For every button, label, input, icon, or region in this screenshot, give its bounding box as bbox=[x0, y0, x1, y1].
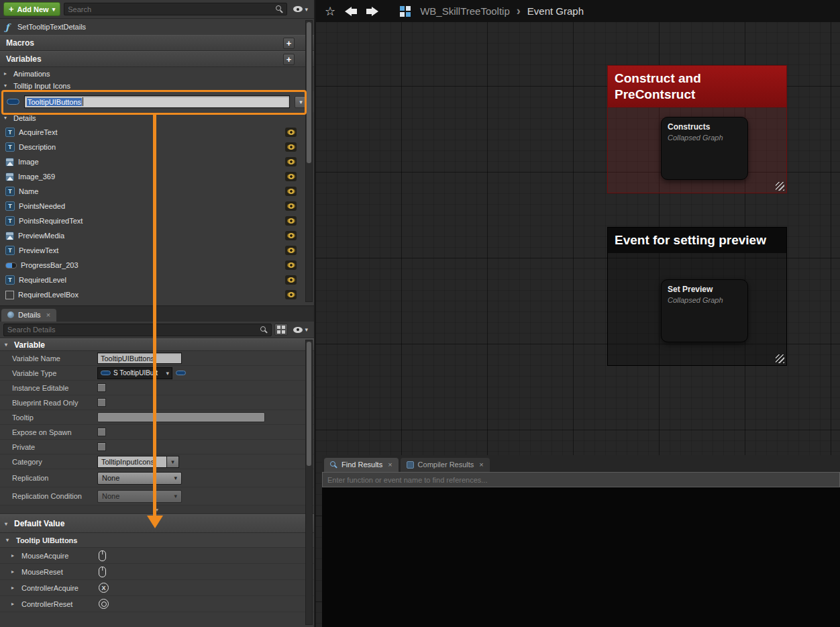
variable-row-description[interactable]: T Description bbox=[0, 140, 314, 154]
variable-row-pointsrequiredtext[interactable]: T PointsRequiredText bbox=[0, 213, 314, 228]
add-macro-button[interactable]: + bbox=[283, 38, 295, 49]
variable-name-field[interactable] bbox=[97, 352, 182, 364]
visibility-eye-icon[interactable] bbox=[285, 290, 297, 299]
replication-condition-value: None bbox=[102, 492, 119, 500]
comment-construct[interactable]: Construct and PreContsruct Constructs Co… bbox=[607, 65, 787, 193]
variable-row-name[interactable]: T Name bbox=[0, 184, 314, 199]
variable-rename-input[interactable]: TooltipUIButtons bbox=[24, 95, 290, 108]
add-new-button[interactable]: + Add New ▾ bbox=[3, 2, 60, 16]
visibility-eye-icon[interactable] bbox=[285, 246, 297, 255]
visibility-filter-button[interactable]: ▾ bbox=[291, 5, 311, 14]
tab-details[interactable]: Details × bbox=[1, 309, 56, 322]
expander-collapsed-icon[interactable]: ▸ bbox=[11, 601, 17, 607]
animations-category[interactable]: ▸ Animations bbox=[0, 67, 314, 80]
visibility-eye-icon[interactable] bbox=[285, 172, 297, 181]
scrollbar-thumb[interactable] bbox=[307, 22, 311, 163]
tab-compiler-results[interactable]: Compiler Results × bbox=[401, 458, 490, 472]
variable-row-acquiretext[interactable]: T AcquireText bbox=[0, 125, 314, 140]
default-row-controllerreset[interactable]: ▸ ControllerReset bbox=[0, 596, 314, 612]
expander-expanded-icon[interactable]: ▾ bbox=[5, 342, 11, 348]
variable-row-previewtext[interactable]: T PreviewText bbox=[0, 243, 314, 258]
scrollbar-thumb[interactable] bbox=[307, 342, 311, 466]
comment-title[interactable]: Event for setting preview bbox=[608, 228, 786, 253]
my-blueprint-scrollbar[interactable] bbox=[305, 20, 313, 302]
tooltip-input-icons-category[interactable]: ▾ Tolltip Input Icons bbox=[0, 80, 314, 91]
details-category[interactable]: ▾ Details bbox=[0, 112, 314, 124]
details-visibility-filter[interactable]: ▾ bbox=[291, 325, 311, 334]
expander-expanded-icon[interactable]: ▾ bbox=[6, 537, 12, 543]
details-tab-icon bbox=[7, 311, 14, 318]
visibility-eye-icon[interactable] bbox=[285, 128, 297, 137]
comment-title[interactable]: Construct and PreContsruct bbox=[608, 66, 786, 107]
variable-row-progressbar-203[interactable]: ProgressBar_203 bbox=[0, 258, 314, 273]
function-item[interactable]: ƒ SetTooltipTextDetails bbox=[0, 19, 314, 35]
category-combo[interactable]: TolltipInputIcons bbox=[97, 456, 167, 468]
variable-rename-row[interactable]: TooltipUIButtons ▾ bbox=[0, 91, 314, 112]
visibility-eye-icon[interactable] bbox=[285, 142, 297, 152]
variables-section-header[interactable]: Variables + bbox=[0, 51, 314, 67]
visibility-eye-icon[interactable] bbox=[285, 275, 297, 285]
default-row-controlleracquire[interactable]: ▸ ControllerAcquire X bbox=[0, 580, 314, 596]
details-search-input[interactable] bbox=[7, 326, 260, 334]
property-matrix-button[interactable] bbox=[274, 324, 288, 336]
breadcrumb-separator: › bbox=[517, 4, 521, 18]
replication-dropdown[interactable]: None ▾ bbox=[97, 472, 182, 485]
variable-row-requiredlevel[interactable]: T RequiredLevel bbox=[0, 273, 314, 287]
visibility-eye-icon[interactable] bbox=[285, 157, 297, 166]
node-title: Set Preview bbox=[668, 285, 741, 294]
category-combo-caret[interactable]: ▾ bbox=[167, 456, 179, 468]
macros-label: Macros bbox=[6, 38, 34, 48]
variable-row-requiredlevelbox[interactable]: RequiredLevelBox bbox=[0, 287, 314, 302]
close-icon[interactable]: × bbox=[479, 461, 483, 469]
expander-expanded-icon[interactable]: ▾ bbox=[4, 83, 10, 89]
tab-find-results[interactable]: Find Results × bbox=[324, 458, 399, 472]
add-variable-button[interactable]: + bbox=[283, 54, 295, 65]
comment-resize-handle[interactable] bbox=[776, 354, 784, 363]
expander-collapsed-icon[interactable]: ▸ bbox=[11, 569, 17, 575]
collapsed-graph-node-constructs[interactable]: Constructs Collapsed Graph bbox=[661, 117, 748, 180]
default-value-group[interactable]: ▾ Tooltip UIButtons bbox=[0, 533, 314, 548]
visibility-eye-icon[interactable] bbox=[285, 260, 297, 270]
blueprint-read-only-checkbox[interactable] bbox=[97, 398, 106, 407]
variable-type-combo[interactable]: S TooltipUIButt ▾ bbox=[97, 367, 172, 379]
breadcrumb-graph-name[interactable]: Event Graph bbox=[527, 5, 584, 17]
variable-row-image[interactable]: Image bbox=[0, 154, 314, 169]
forward-arrow-icon[interactable] bbox=[366, 7, 378, 16]
comment-resize-handle[interactable] bbox=[776, 182, 784, 191]
close-icon[interactable]: × bbox=[388, 461, 392, 469]
default-row-mouseacquire[interactable]: ▸ MouseAcquire bbox=[0, 548, 314, 564]
visibility-eye-icon[interactable] bbox=[285, 201, 297, 211]
expander-collapsed-icon[interactable]: ▸ bbox=[11, 552, 17, 559]
variable-type-value: S TooltipUIButt bbox=[113, 369, 158, 377]
variable-row-pointsneeded[interactable]: T PointsNeeded bbox=[0, 199, 314, 213]
advanced-properties-expander[interactable]: ▾ bbox=[0, 505, 314, 514]
expander-collapsed-icon[interactable]: ▸ bbox=[11, 585, 17, 591]
variable-row-image-369[interactable]: Image_369 bbox=[0, 169, 314, 184]
text-widget-icon: T bbox=[5, 201, 15, 211]
blueprint-search-input[interactable] bbox=[68, 5, 276, 13]
private-checkbox[interactable] bbox=[97, 442, 106, 451]
comment-set-preview[interactable]: Event for setting preview Set Preview Co… bbox=[607, 227, 787, 366]
visibility-eye-icon[interactable] bbox=[285, 187, 297, 196]
variable-row-previewmedia[interactable]: PreviewMedia bbox=[0, 228, 314, 243]
container-type-pill-icon[interactable] bbox=[176, 371, 186, 375]
collapsed-graph-node-set-preview[interactable]: Set Preview Collapsed Graph bbox=[661, 279, 748, 342]
default-row-mousereset[interactable]: ▸ MouseReset bbox=[0, 564, 314, 580]
breadcrumb-blueprint-name[interactable]: WB_SkillTreeTooltip bbox=[420, 5, 510, 17]
expander-collapsed-icon[interactable]: ▸ bbox=[4, 70, 10, 77]
expander-expanded-icon[interactable]: ▾ bbox=[5, 521, 11, 527]
default-value-section-header[interactable]: ▾ Default Value bbox=[0, 514, 314, 533]
find-references-input[interactable] bbox=[322, 472, 840, 487]
details-scrollbar[interactable] bbox=[305, 340, 313, 625]
tooltip-text-field[interactable] bbox=[97, 412, 265, 422]
expose-on-spawn-checkbox[interactable] bbox=[97, 428, 106, 436]
visibility-eye-icon[interactable] bbox=[285, 216, 297, 226]
close-icon[interactable]: × bbox=[46, 311, 50, 319]
visibility-eye-icon[interactable] bbox=[285, 231, 297, 240]
variable-section-header[interactable]: ▾ Variable bbox=[0, 338, 314, 351]
bookmark-star-icon[interactable]: ☆ bbox=[325, 5, 335, 17]
expander-expanded-icon[interactable]: ▾ bbox=[4, 115, 10, 121]
back-arrow-icon[interactable] bbox=[345, 7, 357, 16]
instance-editable-checkbox[interactable] bbox=[97, 383, 106, 392]
macros-section-header[interactable]: Macros + bbox=[0, 35, 314, 51]
